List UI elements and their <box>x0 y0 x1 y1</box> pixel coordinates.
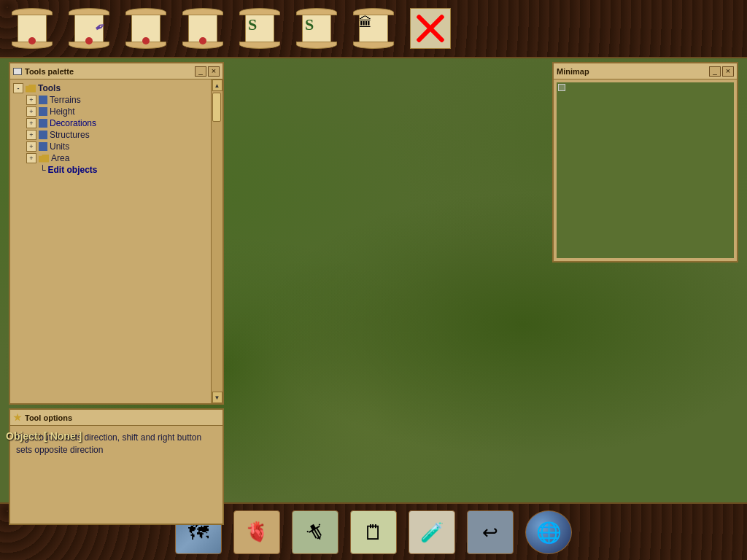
tree-label-terrains: Terrains <box>50 95 81 105</box>
minimap-minimize-button[interactable]: _ <box>709 66 721 77</box>
scrollbar-right: ▲ ▼ <box>211 79 222 403</box>
tool-options-window: Tool options Right button sets direction… <box>9 408 224 525</box>
toolbar-icon-2[interactable]: ✒ <box>64 4 114 53</box>
tree-item-tools[interactable]: - Tools <box>13 82 208 94</box>
tree-expand-tools[interactable]: - <box>13 83 23 93</box>
tools-tree: - Tools + Terrains + Height <box>10 79 211 403</box>
tree-label-area: Area <box>51 153 69 163</box>
status-text: Object: [ None ] <box>6 430 82 442</box>
toolbar-icon-6[interactable]: S <box>292 4 341 53</box>
tree-item-decorations[interactable]: + Decorations <box>13 117 208 129</box>
tools-palette-content: - Tools + Terrains + Height <box>10 79 222 403</box>
tools-palette-title: Tools palette <box>13 67 74 76</box>
tree-item-height[interactable]: + Height <box>13 106 208 117</box>
tree-expand-structures[interactable]: + <box>26 130 36 140</box>
toolbar-icon-7[interactable]: 🏛 <box>349 4 398 53</box>
tree-label-decorations: Decorations <box>50 118 96 128</box>
folder-icon-tools <box>26 85 36 93</box>
status-bar: Object: [ None ] <box>0 427 146 445</box>
main-area: Tools palette _ × - Tools + Terrains <box>0 58 747 502</box>
window-icon <box>13 68 22 75</box>
tree-expand-units[interactable]: + <box>26 141 36 152</box>
minimap-window: Minimap _ × <box>552 62 738 262</box>
minimap-header: Minimap _ × <box>554 63 737 79</box>
gear-icon <box>13 413 22 422</box>
minimap-close-button[interactable]: × <box>722 66 734 77</box>
tree-item-edit-objects[interactable]: └ Edit objects <box>13 164 208 176</box>
tree-item-units[interactable]: + Units <box>13 141 208 152</box>
tools-palette-title-text: Tools palette <box>25 67 74 76</box>
tree-item-structures[interactable]: + Structures <box>13 129 208 141</box>
scroll-down-button[interactable]: ▼ <box>212 392 222 403</box>
tree-icon-height <box>39 107 47 116</box>
tree-label-units: Units <box>50 141 69 152</box>
toolbar-icon-3[interactable] <box>121 4 171 53</box>
top-toolbar: ✒ S S <box>0 0 747 58</box>
tree-indent-edit: └ <box>39 165 46 175</box>
tree-icon-decorations <box>39 119 47 128</box>
tree-expand-terrains[interactable]: + <box>26 95 36 105</box>
tree-icon-units <box>39 142 47 151</box>
scrollbar-track[interactable] <box>212 91 222 392</box>
tools-palette-header: Tools palette _ × <box>10 63 222 79</box>
tree-expand-height[interactable]: + <box>26 106 36 117</box>
bottom-icon-arrow[interactable]: ↩ <box>464 508 516 557</box>
bottom-icon-globe[interactable]: 🌐 <box>522 508 575 557</box>
minimap-content <box>557 82 734 258</box>
tools-palette-window: Tools palette _ × - Tools + Terrains <box>9 62 224 405</box>
close-button[interactable]: × <box>208 66 220 77</box>
tool-options-title: Tool options <box>25 413 72 422</box>
tree-label-structures: Structures <box>50 130 90 140</box>
tree-icon-terrains <box>39 96 47 104</box>
scroll-up-button[interactable]: ▲ <box>212 79 222 91</box>
tree-label-height: Height <box>50 106 75 117</box>
toolbar-icon-4[interactable] <box>178 4 228 53</box>
bottom-icon-bottle[interactable]: 🧪 <box>406 508 458 557</box>
toolbar-icon-5[interactable]: S <box>235 4 285 53</box>
minimize-button[interactable]: _ <box>195 66 206 77</box>
toolbar-icon-redx[interactable] <box>406 4 455 53</box>
tree-expand-area[interactable]: + <box>26 153 36 163</box>
tree-item-terrains[interactable]: + Terrains <box>13 94 208 106</box>
tool-options-header: Tool options <box>10 410 222 426</box>
minimap-title: Minimap <box>557 67 589 76</box>
bottom-icon-sword[interactable]: 🗡 <box>289 508 341 557</box>
tree-label-edit-objects[interactable]: Edit objects <box>48 165 98 175</box>
tree-icon-structures <box>39 131 47 139</box>
tree-item-area[interactable]: + Area <box>13 152 208 164</box>
scrollbar-thumb[interactable] <box>212 93 221 122</box>
minimap-controls: _ × <box>709 66 734 77</box>
tree-label-tools: Tools <box>38 83 61 93</box>
tree-expand-decorations[interactable]: + <box>26 118 36 128</box>
minimap-cursor <box>558 84 565 91</box>
toolbar-icon-1[interactable] <box>7 4 57 53</box>
bottom-icon-scroll-map[interactable]: 🗒 <box>347 508 400 557</box>
folder-icon-area <box>39 155 49 163</box>
palette-controls: _ × <box>195 66 220 77</box>
bottom-icon-chest[interactable]: 🫀 <box>231 508 283 557</box>
